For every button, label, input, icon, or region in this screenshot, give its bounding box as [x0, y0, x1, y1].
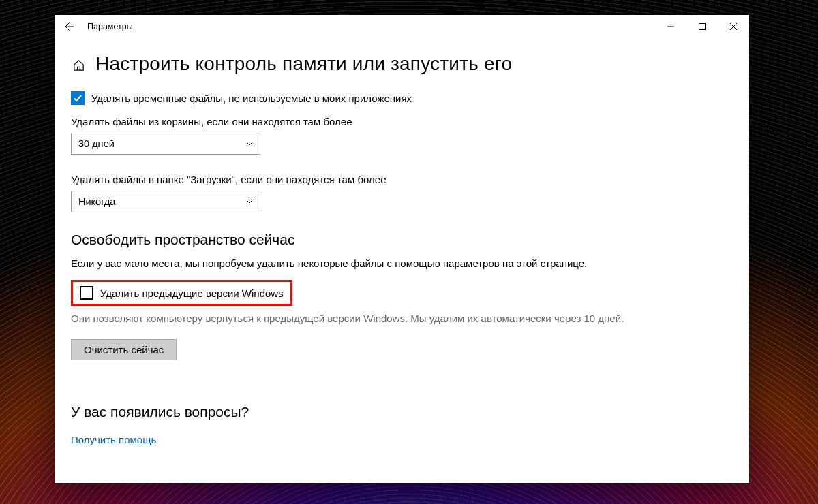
downloads-value: Никогда	[78, 196, 115, 207]
recycle-bin-select[interactable]: 30 дней	[71, 133, 260, 155]
chevron-down-icon	[246, 198, 253, 205]
window-title: Параметры	[85, 22, 133, 31]
help-heading: У вас появились вопросы?	[71, 404, 733, 420]
downloads-select[interactable]: Никогда	[71, 191, 260, 212]
prev-versions-note: Они позволяют компьютеру вернуться к пре…	[71, 313, 733, 324]
minimize-button[interactable]	[655, 15, 686, 38]
clean-now-button[interactable]: Очистить сейчас	[71, 339, 177, 360]
close-icon	[730, 23, 737, 30]
home-button[interactable]	[71, 57, 86, 72]
temp-files-checkbox[interactable]	[71, 91, 85, 105]
minimize-icon	[667, 23, 674, 30]
temp-files-checkbox-row[interactable]: Удалять временные файлы, не используемые…	[71, 91, 733, 105]
temp-files-label: Удалять временные файлы, не используемые…	[91, 93, 412, 104]
settings-window: Параметры Настроить контроль памяти или …	[55, 15, 749, 483]
chevron-down-icon	[246, 140, 253, 147]
content-area: Настроить контроль памяти или запустить …	[55, 38, 749, 483]
prev-versions-checkbox[interactable]	[80, 286, 93, 300]
svg-rect-0	[699, 24, 706, 30]
recycle-bin-label: Удалять файлы из корзины, если они наход…	[71, 116, 733, 127]
back-button[interactable]	[55, 15, 85, 38]
free-now-heading: Освободить пространство сейчас	[71, 232, 733, 248]
get-help-link[interactable]: Получить помощь	[71, 434, 156, 445]
maximize-button[interactable]	[686, 15, 718, 38]
arrow-left-icon	[64, 21, 75, 32]
close-button[interactable]	[718, 15, 749, 38]
maximize-icon	[699, 23, 706, 30]
prev-versions-label: Удалить предыдущие версии Windows	[100, 287, 284, 299]
home-icon	[72, 59, 85, 72]
prev-versions-highlight: Удалить предыдущие версии Windows	[71, 280, 292, 306]
free-now-description: Если у вас мало места, мы попробуем удал…	[71, 257, 733, 269]
titlebar: Параметры	[55, 15, 749, 38]
downloads-label: Удалять файлы в папке "Загрузки", если о…	[71, 174, 733, 185]
recycle-bin-value: 30 дней	[78, 138, 115, 149]
page-title: Настроить контроль памяти или запустить …	[95, 53, 512, 75]
checkmark-icon	[73, 93, 82, 103]
